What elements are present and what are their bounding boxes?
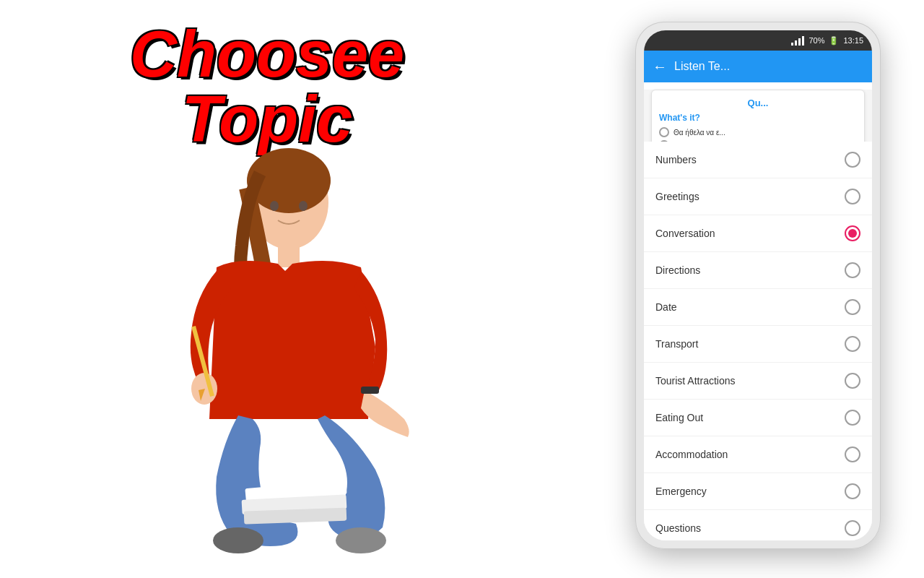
- dropdown-radio-1: [845, 189, 860, 204]
- dropdown-item-label-5: Transport: [655, 338, 698, 350]
- app-bar-title: Listen Te...: [674, 60, 863, 73]
- dropdown-item-label-0: Numbers: [655, 154, 697, 165]
- dropdown-item-label-7: Eating Out: [655, 412, 703, 423]
- dropdown-item-label-4: Date: [655, 301, 677, 313]
- dropdown-item-questions[interactable]: Questions: [644, 510, 872, 540]
- title-line1: Choosee: [130, 22, 404, 87]
- dropdown-radio-5: [845, 336, 860, 352]
- dropdown-item-label-10: Questions: [655, 522, 701, 534]
- dropdown-item-emergency[interactable]: Emergency: [644, 473, 872, 510]
- svg-point-8: [213, 527, 263, 553]
- quiz-option-text-1: Θα ήθελα να ε...: [674, 129, 725, 137]
- quiz-option-1[interactable]: Θα ήθελα να ε...: [659, 127, 857, 137]
- dropdown-item-accommodation[interactable]: Accommodation: [644, 436, 872, 473]
- phone-screen: 70% 🔋 13:15 ← Listen Te... Qu... What's …: [644, 30, 872, 540]
- dropdown-radio-9: [845, 483, 860, 499]
- svg-point-5: [191, 373, 217, 405]
- dropdown-item-transport[interactable]: Transport: [644, 326, 872, 363]
- dropdown-radio-2: [845, 225, 860, 241]
- dropdown-item-label-6: Tourist Attractions: [655, 375, 736, 387]
- phone-outer: 70% 🔋 13:15 ← Listen Te... Qu... What's …: [635, 22, 881, 549]
- dropdown-item-date[interactable]: Date: [644, 289, 872, 326]
- dropdown-item-conversation[interactable]: Conversation: [644, 215, 872, 252]
- person-image: [43, 87, 534, 578]
- quiz-title: Qu...: [659, 98, 857, 108]
- app-bar: ← Listen Te...: [644, 51, 872, 82]
- battery-icon: 🔋: [829, 36, 839, 46]
- dropdown-radio-4: [845, 299, 860, 315]
- svg-rect-13: [361, 387, 379, 394]
- dropdown-radio-10: [845, 520, 860, 536]
- back-button[interactable]: ←: [653, 59, 667, 75]
- dropdown-item-greetings[interactable]: Greetings: [644, 178, 872, 215]
- clock: 13:15: [843, 36, 863, 45]
- dropdown-radio-8: [845, 447, 860, 462]
- dropdown-item-numbers[interactable]: Numbers: [644, 142, 872, 178]
- quiz-subtitle: What's it?: [659, 113, 857, 123]
- topic-dropdown: NumbersGreetingsConversationDirectionsDa…: [644, 142, 872, 540]
- quiz-radio-1: [659, 127, 669, 137]
- svg-point-3: [299, 201, 308, 211]
- dropdown-item-eating-out[interactable]: Eating Out: [644, 400, 872, 436]
- svg-point-2: [270, 201, 279, 211]
- signal-icon: [791, 36, 804, 46]
- dropdown-item-label-9: Emergency: [655, 486, 707, 497]
- dropdown-radio-0: [845, 152, 860, 168]
- dropdown-item-label-2: Conversation: [655, 228, 715, 239]
- radio-dot-selected: [848, 229, 857, 238]
- svg-point-9: [336, 527, 386, 553]
- status-bar: 70% 🔋 13:15: [644, 30, 872, 51]
- dropdown-radio-3: [845, 262, 860, 278]
- phone-container: 70% 🔋 13:15 ← Listen Te... Qu... What's …: [635, 22, 881, 549]
- dropdown-item-tourist-attractions[interactable]: Tourist Attractions: [644, 363, 872, 400]
- dropdown-item-label-1: Greetings: [655, 191, 699, 202]
- dropdown-radio-6: [845, 373, 860, 389]
- dropdown-item-label-8: Accommodation: [655, 449, 728, 460]
- dropdown-item-directions[interactable]: Directions: [644, 252, 872, 289]
- dropdown-radio-7: [845, 410, 860, 426]
- battery-percent: 70%: [808, 36, 824, 45]
- dropdown-item-label-3: Directions: [655, 264, 700, 276]
